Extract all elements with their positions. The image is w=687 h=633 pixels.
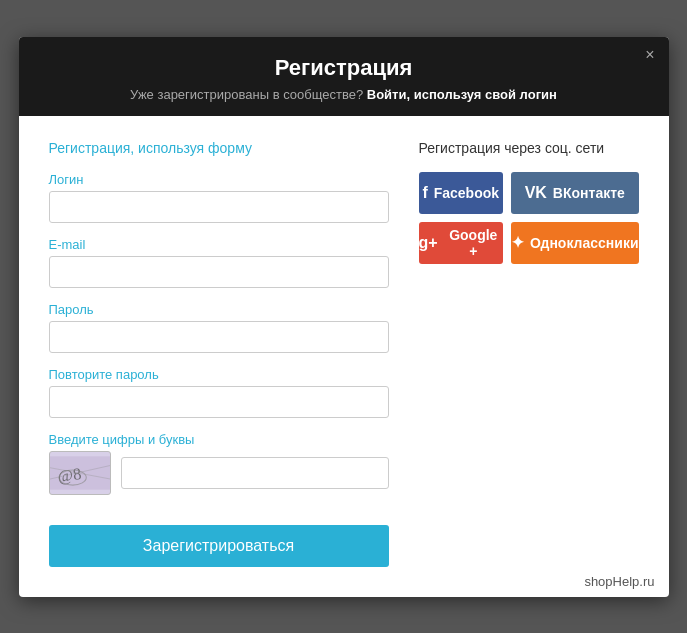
login-label: Логин [49,172,389,187]
facebook-button[interactable]: f Facebook [419,172,503,214]
captcha-row: @8 [49,451,389,495]
submit-button[interactable]: Зарегистрироваться [49,525,389,567]
repeat-password-label: Повторите пароль [49,367,389,382]
modal-subtitle: Уже зарегистрированы в сообществе? Войти… [39,87,649,102]
captcha-input[interactable] [121,457,389,489]
watermark: shopHelp.ru [584,574,654,589]
vk-button[interactable]: VK ВКонтакте [511,172,639,214]
vk-label: ВКонтакте [553,185,625,201]
captcha-group: Введите цифры и буквы @8 [49,432,389,495]
captcha-image: @8 [49,451,111,495]
google-button[interactable]: g+ Google + [419,222,503,264]
repeat-password-input[interactable] [49,386,389,418]
captcha-label: Введите цифры и буквы [49,432,389,447]
form-section-title: Регистрация, используя форму [49,140,389,156]
watermark-prefix: shop [584,574,612,589]
vk-icon: VK [525,184,547,202]
login-link[interactable]: Войти, используя свой логин [367,87,557,102]
email-label: E-mail [49,237,389,252]
close-button[interactable]: × [645,47,654,63]
watermark-suffix: Help.ru [613,574,655,589]
social-grid: f Facebook VK ВКонтакте g+ Google + ✦ Од… [419,172,639,264]
login-input[interactable] [49,191,389,223]
password-group: Пароль [49,302,389,353]
google-icon: g+ [419,234,438,252]
modal-header: × Регистрация Уже зарегистрированы в соо… [19,37,669,116]
modal-body: Регистрация, используя форму Логин E-mai… [19,116,669,597]
ok-label: Одноклассники [530,235,639,251]
facebook-label: Facebook [434,185,499,201]
email-group: E-mail [49,237,389,288]
facebook-icon: f [422,184,427,202]
ok-icon: ✦ [511,233,524,252]
login-group: Логин [49,172,389,223]
modal: × Регистрация Уже зарегистрированы в соо… [19,37,669,597]
password-input[interactable] [49,321,389,353]
google-label: Google + [444,227,503,259]
email-input[interactable] [49,256,389,288]
password-label: Пароль [49,302,389,317]
ok-button[interactable]: ✦ Одноклассники [511,222,639,264]
social-section-title: Регистрация через соц. сети [419,140,639,156]
social-section: Регистрация через соц. сети f Facebook V… [419,140,639,567]
repeat-password-group: Повторите пароль [49,367,389,418]
modal-title: Регистрация [39,55,649,81]
form-section: Регистрация, используя форму Логин E-mai… [49,140,389,567]
